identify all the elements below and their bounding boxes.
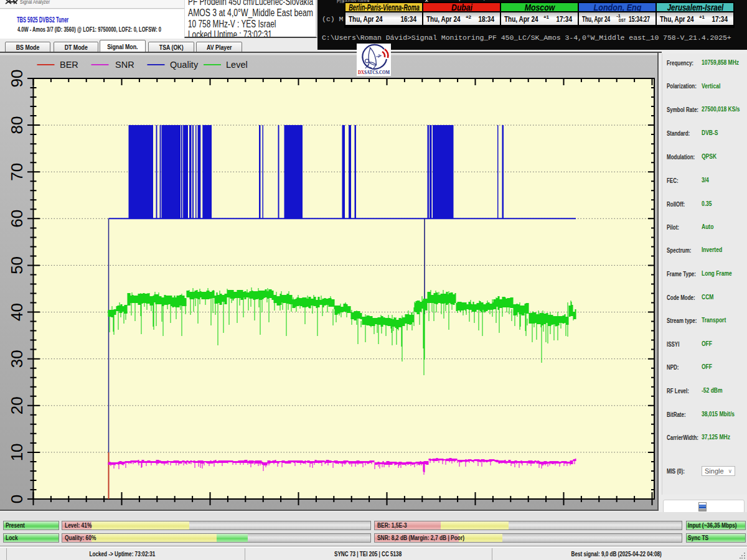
svg-text:70: 70: [7, 163, 26, 181]
svg-text:BER: BER: [60, 60, 78, 70]
svg-text:Quality: Quality: [170, 60, 199, 70]
svg-text:80: 80: [7, 116, 26, 134]
svg-text:Level: Level: [226, 60, 248, 70]
svg-text:DXSATCS.COM: DXSATCS.COM: [358, 69, 390, 75]
svg-text:30: 30: [7, 350, 26, 368]
svg-text:20: 20: [7, 396, 26, 414]
svg-text:10: 10: [7, 443, 26, 461]
svg-text:90: 90: [7, 70, 26, 88]
svg-text:SNR: SNR: [115, 60, 134, 70]
svg-text:60: 60: [7, 210, 26, 228]
svg-text:50: 50: [7, 256, 26, 274]
svg-text:40: 40: [7, 303, 26, 321]
svg-text:0: 0: [7, 495, 26, 503]
